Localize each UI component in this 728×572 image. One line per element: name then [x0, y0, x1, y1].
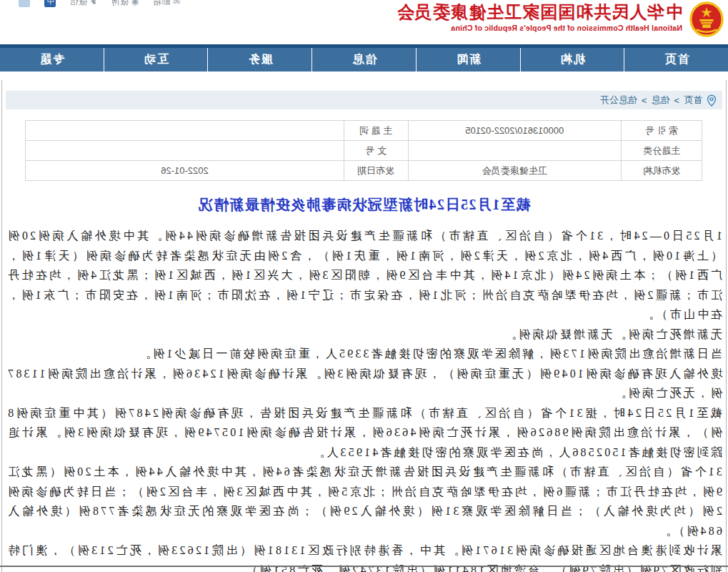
- meta-value-pub-date: 2022-01-26: [26, 161, 344, 181]
- meta-value-index-no: 000013610/2022-02105: [408, 121, 621, 141]
- article-paragraph: 当日新增治愈出院病例173例，解除医学观察的密切接触者3395人，重症病例较前一…: [6, 344, 722, 364]
- page-right-border: [1, 80, 2, 572]
- nav-item-org[interactable]: 机构: [520, 48, 624, 72]
- meta-label-issuer: 发布机构: [621, 161, 702, 181]
- meta-label-subject-word: 主 题 词: [344, 121, 408, 141]
- meta-label-pub-date: 发布日期: [344, 161, 408, 181]
- site-title-cn: 中华人民共和国国家卫生健康委员会: [397, 3, 682, 21]
- meta-value-category: [408, 141, 621, 161]
- breadcrumb-info-disclosure[interactable]: 信息公开: [600, 94, 637, 107]
- main-nav: 首页 机构 新闻 信息 服务 互动 专题: [0, 48, 728, 72]
- site-logo[interactable]: 中华人民共和国国家卫生健康委员会 National Health Commiss…: [397, 1, 724, 40]
- nhc-webpage: ✉ 邮箱 ◉ 微博 ❥ 微信 中: [0, 0, 728, 572]
- site-title-block: 中华人民共和国国家卫生健康委员会 National Health Commiss…: [397, 1, 682, 32]
- location-pin-icon: [707, 94, 717, 107]
- site-title-en: National Health Commission of the People…: [397, 24, 682, 32]
- table-row: 索 引 号 000013610/2022-02105 主 题 词: [26, 121, 702, 141]
- meta-label-doc-no: 文 号: [344, 141, 408, 161]
- article-paragraph: 31个省（自治区、直辖市）和新疆生产建设兵团报告新增无症状感染者64例，其中境外…: [6, 462, 722, 541]
- breadcrumb-info[interactable]: 信息: [651, 94, 669, 107]
- breadcrumb-separator: >: [674, 95, 679, 106]
- mirrored-page-wrapper: ✉ 邮箱 ◉ 微博 ❥ 微信 中: [0, 0, 728, 572]
- table-row: 主题分类 文 号: [26, 141, 702, 161]
- breadcrumb-home[interactable]: 首页: [684, 94, 702, 107]
- article-paragraph: 累计收到港澳台地区通报确诊病例31671例。其中，香港特别行政区13181例（出…: [6, 541, 722, 572]
- nav-item-info[interactable]: 信息: [311, 48, 416, 72]
- browser-viewport: ✉ 邮箱 ◉ 微博 ❥ 微信 中: [0, 0, 728, 572]
- breadcrumb: 首页 > 信息 > 信息公开: [6, 91, 722, 109]
- meta-label-category: 主题分类: [621, 141, 702, 161]
- article-body: 1月25日0—24时，31个省（自治区、直辖市）和新疆生产建设兵团报告新增确诊病…: [6, 226, 722, 572]
- page-title: 截至1月25日24时新型冠状病毒肺炎疫情最新情况: [6, 195, 722, 214]
- table-row: 发布机构 卫生健康委员会 发布日期 2022-01-26: [26, 161, 702, 181]
- national-emblem-icon: [689, 1, 724, 40]
- article-paragraph: 境外输入现有确诊病例1049例（无重症病例），现有疑似病例3例。累计确诊病例12…: [6, 364, 722, 403]
- nav-item-home[interactable]: 首页: [624, 48, 728, 72]
- article-paragraph: 截至1月25日24时，据31个省（自治区、直辖市）和新疆生产建设兵团报告，现有确…: [6, 403, 722, 463]
- page-left-border: [726, 80, 727, 572]
- footer-divider: [0, 566, 728, 567]
- nav-item-news[interactable]: 新闻: [416, 48, 520, 72]
- site-header: 中华人民共和国国家卫生健康委员会 National Health Commiss…: [0, 0, 728, 44]
- nav-item-service[interactable]: 服务: [207, 48, 311, 72]
- nav-item-interact[interactable]: 互动: [104, 48, 208, 72]
- meta-value-subject-word: [26, 121, 344, 141]
- meta-value-issuer: 卫生健康委员会: [408, 161, 621, 181]
- article-paragraph: 无新增死亡病例。无新增疑似病例。: [6, 325, 722, 345]
- breadcrumb-separator: >: [642, 95, 647, 106]
- nav-item-special[interactable]: 专题: [0, 48, 104, 72]
- article-paragraph: 1月25日0—24时，31个省（自治区、直辖市）和新疆生产建设兵团报告新增确诊病…: [6, 226, 722, 325]
- meta-value-doc-no: [26, 141, 344, 161]
- document-meta-table: 索 引 号 000013610/2022-02105 主 题 词 主题分类 文 …: [26, 120, 703, 181]
- meta-label-index-no: 索 引 号: [621, 121, 702, 141]
